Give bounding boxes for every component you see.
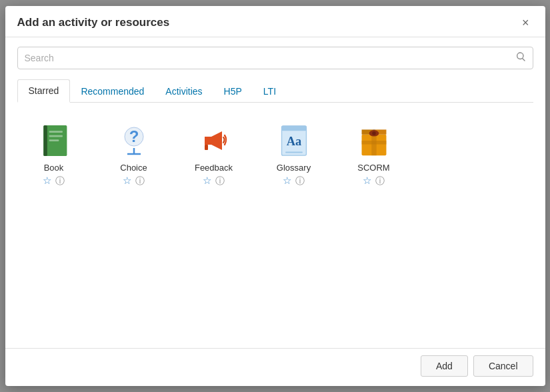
star-button[interactable]: ☆ bbox=[363, 175, 371, 185]
close-button[interactable]: × bbox=[518, 15, 533, 30]
svg-rect-17 bbox=[371, 135, 376, 155]
star-button[interactable]: ☆ bbox=[43, 175, 51, 185]
svg-rect-12 bbox=[281, 126, 306, 131]
list-item[interactable]: Feedback ☆ ⓘ bbox=[177, 116, 251, 189]
star-button[interactable]: ☆ bbox=[283, 175, 291, 185]
item-actions: ☆ ⓘ bbox=[123, 175, 145, 185]
item-name: Feedback bbox=[195, 163, 233, 173]
item-name: SCORM bbox=[357, 163, 389, 173]
svg-rect-10 bbox=[205, 145, 208, 150]
tab-lti[interactable]: LTI bbox=[253, 79, 287, 103]
item-name: Choice bbox=[120, 163, 147, 173]
modal-body: Starred Recommended Activities H5P LTI bbox=[5, 37, 545, 348]
glossary-icon: Aa bbox=[276, 123, 312, 159]
feedback-icon bbox=[196, 123, 232, 159]
choice-icon: ? bbox=[116, 123, 152, 159]
svg-rect-14 bbox=[285, 152, 303, 153]
modal-header: Add an activity or resources × bbox=[5, 6, 545, 37]
list-item[interactable]: Book ☆ ⓘ bbox=[17, 116, 91, 189]
svg-rect-1 bbox=[43, 125, 47, 156]
tab-recommended[interactable]: Recommended bbox=[70, 79, 155, 103]
info-button[interactable]: ⓘ bbox=[295, 176, 305, 185]
item-name: Book bbox=[44, 163, 64, 173]
svg-point-20 bbox=[372, 131, 376, 135]
list-item[interactable]: ? Choice ☆ ⓘ bbox=[97, 116, 171, 189]
info-button[interactable]: ⓘ bbox=[55, 176, 65, 185]
star-button[interactable]: ☆ bbox=[203, 175, 211, 185]
tab-activities[interactable]: Activities bbox=[155, 79, 213, 103]
add-button[interactable]: Add bbox=[421, 355, 468, 377]
item-actions: ☆ ⓘ bbox=[203, 175, 225, 185]
item-actions: ☆ ⓘ bbox=[283, 175, 305, 185]
search-bar bbox=[17, 47, 533, 69]
svg-rect-3 bbox=[49, 135, 62, 137]
svg-rect-18 bbox=[361, 141, 386, 145]
items-grid: Book ☆ ⓘ ? bbox=[17, 116, 533, 189]
cancel-button[interactable]: Cancel bbox=[473, 355, 533, 377]
book-icon bbox=[36, 123, 72, 159]
svg-rect-2 bbox=[49, 131, 62, 133]
info-button[interactable]: ⓘ bbox=[375, 176, 385, 185]
star-button[interactable]: ☆ bbox=[123, 175, 131, 185]
item-actions: ☆ ⓘ bbox=[43, 175, 65, 185]
scorm-icon bbox=[356, 123, 392, 159]
search-icon bbox=[515, 51, 526, 65]
modal-dialog: Add an activity or resources × Starred R… bbox=[5, 6, 545, 386]
info-button[interactable]: ⓘ bbox=[135, 176, 145, 185]
tabs-container: Starred Recommended Activities H5P LTI bbox=[17, 79, 533, 103]
search-input[interactable] bbox=[25, 53, 515, 63]
svg-text:Aa: Aa bbox=[286, 135, 301, 148]
tab-h5p[interactable]: H5P bbox=[213, 79, 253, 103]
modal-title: Add an activity or resources bbox=[17, 16, 170, 29]
item-actions: ☆ ⓘ bbox=[363, 175, 385, 185]
list-item[interactable]: Aa Glossary ☆ ⓘ bbox=[257, 116, 331, 189]
svg-rect-4 bbox=[49, 139, 59, 141]
item-name: Glossary bbox=[277, 163, 311, 173]
list-item[interactable]: SCORM ☆ ⓘ bbox=[337, 116, 411, 189]
modal-footer: Add Cancel bbox=[5, 348, 545, 386]
info-button[interactable]: ⓘ bbox=[215, 176, 225, 185]
tab-starred[interactable]: Starred bbox=[17, 79, 71, 103]
svg-text:?: ? bbox=[129, 127, 139, 145]
modal-overlay: Add an activity or resources × Starred R… bbox=[0, 0, 550, 392]
